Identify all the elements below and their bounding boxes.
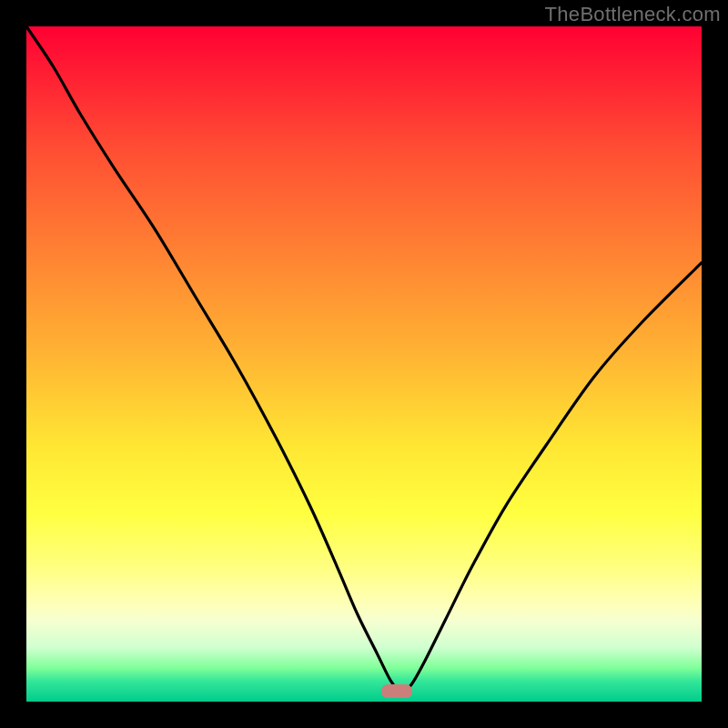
bottleneck-curve — [26, 26, 702, 702]
chart-container: TheBottleneck.com — [0, 0, 728, 728]
minimum-marker — [381, 684, 412, 698]
plot-area — [26, 26, 702, 702]
watermark-text: TheBottleneck.com — [545, 3, 721, 26]
